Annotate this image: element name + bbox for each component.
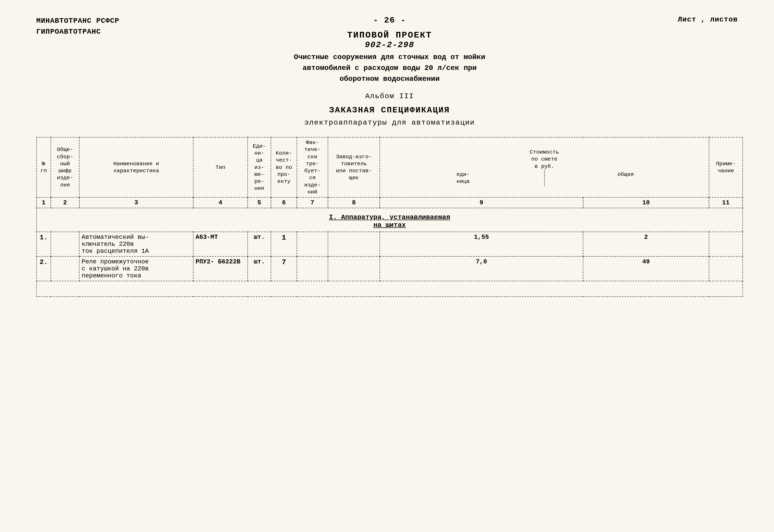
row2-unit: шт.: [248, 256, 271, 281]
col-num-3: 3: [79, 197, 193, 208]
col-header-unit: Еди-ни-цаиз-ме-ре-ния: [248, 137, 271, 197]
col-num-11: 11: [709, 197, 743, 208]
row2-num: 2.: [37, 256, 51, 281]
title-desc-3: оборотном водоснабжении: [36, 74, 743, 84]
row2-sborny: [51, 256, 79, 281]
table-row: 1. Автоматический вы- ключатель 220в ток…: [37, 232, 743, 256]
row1-stoimost-total: 2: [583, 232, 709, 256]
col-header-qty: Коли-чест-во попро-екту: [271, 137, 297, 197]
title-main: ТИПОВОЙ ПРОЕКТ: [36, 30, 743, 40]
header-left: МИНАВТОТРАНС РСФСР ГИПРОАВТОТРАНС: [36, 16, 119, 37]
row2-name: Реле промежуточное с катушкой на 220в пе…: [79, 256, 193, 281]
col-header-stoimost-ed: еди-ница: [382, 170, 545, 186]
col-header-tip: Тип: [193, 137, 248, 197]
title-description: Очистные сооружения для сточных вод от м…: [36, 52, 743, 84]
org-name-1: МИНАВТОТРАНС РСФСР: [36, 16, 119, 26]
section-heading-text: I. Аппаратура, устанавливаемаяна щитах: [329, 213, 450, 229]
row2-zavod: [328, 256, 380, 281]
section-heading-row: I. Аппаратура, устанавливаемаяна щитах: [37, 208, 743, 232]
col-num-5: 5: [248, 197, 271, 208]
org-name-2: ГИПРОАВТОТРАНС: [36, 26, 119, 37]
title-desc-1: Очистные сооружения для сточных вод от м…: [36, 52, 743, 63]
row1-unit: шт.: [248, 232, 271, 256]
subsection-title: электроаппаратуры для автоматизации: [36, 119, 743, 127]
row1-qty: 1: [271, 232, 297, 256]
row2-fact: [297, 256, 328, 281]
page: МИНАВТОТРАНС РСФСР ГИПРОАВТОТРАНС Лист ,…: [0, 0, 774, 532]
spec-table: №гп Обще-сбор-ныйшифризде-лия Наименован…: [36, 137, 743, 297]
col-header-sborny: Обще-сбор-ныйшифризде-лия: [51, 137, 79, 197]
col-header-stoimost: Стоимостьпо сметев руб. еди-ница общая: [380, 137, 709, 197]
col-num-10: 10: [583, 197, 709, 208]
album-label: Альбом III: [36, 92, 743, 100]
header-row: №гп Обще-сбор-ныйшифризде-лия Наименован…: [37, 137, 743, 197]
empty-row: [37, 281, 743, 297]
page-number: - 26 -: [36, 16, 743, 25]
row2-tip: РПУ2- Б6222В: [193, 256, 248, 281]
header-center: ТИПОВОЙ ПРОЕКТ 902-2-298 Очистные сооруж…: [36, 30, 743, 127]
col-header-zavod: Завод-изго-товительили постав-щик: [328, 137, 380, 197]
row2-stoimost-total: 49: [583, 256, 709, 281]
title-desc-2: автомобилей с расходом воды 20 л/сек при: [36, 63, 743, 74]
col-header-stoimost-total: общая: [545, 170, 707, 186]
col-num-7: 7: [297, 197, 328, 208]
col-header-fact: Фак-тиче-скитре-бует-сяизде-ний: [297, 137, 328, 197]
table-wrapper: №гп Обще-сбор-ныйшифризде-лия Наименован…: [36, 137, 743, 297]
col-header-name: Наименование ихарактеристика: [79, 137, 193, 197]
col-num-2: 2: [51, 197, 79, 208]
number-row: 1 2 3 4 5 6 7 8 9 10 11: [37, 197, 743, 208]
row1-prim: [709, 232, 743, 256]
col-num-4: 4: [193, 197, 248, 208]
row2-qty: 7: [271, 256, 297, 281]
title-number: 902-2-298: [36, 40, 743, 50]
col-header-num: №гп: [37, 137, 51, 197]
section-title: ЗАКАЗНАЯ СПЕЦИФИКАЦИЯ: [36, 105, 743, 115]
row1-tip: А63-МТ: [193, 232, 248, 256]
section-heading-cell: I. Аппаратура, устанавливаемаяна щитах: [37, 208, 743, 232]
table-row: 2. Реле промежуточное с катушкой на 220в…: [37, 256, 743, 281]
row1-name: Автоматический вы- ключатель 220в ток ра…: [79, 232, 193, 256]
col-num-8: 8: [328, 197, 380, 208]
row2-prim: [709, 256, 743, 281]
col-num-1: 1: [37, 197, 51, 208]
col-num-9: 9: [380, 197, 583, 208]
col-header-prim: Приме-чание: [709, 137, 743, 197]
header-right: Лист , листов: [678, 16, 738, 24]
empty-cell: [37, 281, 743, 297]
row1-num: 1.: [37, 232, 51, 256]
row1-zavod: [328, 232, 380, 256]
row1-stoimost-ed: 1,55: [380, 232, 583, 256]
col-num-6: 6: [271, 197, 297, 208]
row1-sborny: [51, 232, 79, 256]
row1-fact: [297, 232, 328, 256]
row2-stoimost-ed: 7,0: [380, 256, 583, 281]
